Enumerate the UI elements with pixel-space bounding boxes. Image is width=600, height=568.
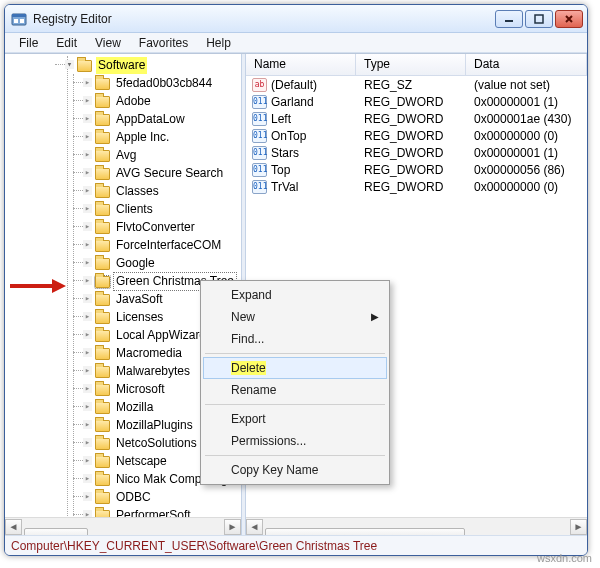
scroll-thumb[interactable] <box>265 528 465 536</box>
expand-toggle-icon[interactable] <box>83 96 92 105</box>
expand-toggle-icon[interactable] <box>83 456 92 465</box>
expand-toggle-icon[interactable] <box>83 492 92 501</box>
expand-toggle-icon[interactable] <box>83 132 92 141</box>
expand-toggle-icon[interactable] <box>83 78 92 87</box>
column-type[interactable]: Type <box>356 54 466 75</box>
value-row[interactable]: 011OnTopREG_DWORD0x00000000 (0) <box>246 127 587 144</box>
context-menu-item[interactable]: Delete <box>203 357 387 379</box>
expand-toggle-icon[interactable] <box>83 348 92 357</box>
values-header[interactable]: Name Type Data <box>246 54 587 76</box>
tree-item[interactable]: FlvtoConverter <box>83 218 241 236</box>
tree-item-label[interactable]: Macromedia <box>114 345 184 362</box>
expand-toggle-icon[interactable] <box>83 312 92 321</box>
value-row[interactable]: 011TrValREG_DWORD0x00000000 (0) <box>246 178 587 195</box>
expand-toggle-icon[interactable] <box>65 60 74 69</box>
minimize-button[interactable] <box>495 10 523 28</box>
tree-item-label[interactable]: Classes <box>114 183 161 200</box>
tree-item-label[interactable]: 5fedad0b03cb844 <box>114 75 214 92</box>
expand-toggle-icon[interactable] <box>83 276 92 285</box>
column-name[interactable]: Name <box>246 54 356 75</box>
context-menu-item[interactable]: Expand <box>203 284 387 306</box>
value-row[interactable]: 011GarlandREG_DWORD0x00000001 (1) <box>246 93 587 110</box>
tree-item-label[interactable]: Microsoft <box>114 381 167 398</box>
expand-toggle-icon[interactable] <box>83 150 92 159</box>
tree-item-label[interactable]: MozillaPlugins <box>114 417 195 434</box>
context-menu-item[interactable]: Export <box>203 408 387 430</box>
tree-item[interactable]: Clients <box>83 200 241 218</box>
tree-item[interactable]: AppDataLow <box>83 110 241 128</box>
tree-item[interactable]: Google <box>83 254 241 272</box>
tree-item-label[interactable]: Avg <box>114 147 138 164</box>
tree-item-label[interactable]: ODBC <box>114 489 153 506</box>
tree-item-label[interactable]: Google <box>114 255 157 272</box>
menu-help[interactable]: Help <box>198 34 239 52</box>
expand-toggle-icon[interactable] <box>83 438 92 447</box>
values-hscrollbar[interactable]: ◄ ► <box>246 517 587 535</box>
tree-item-label[interactable]: Apple Inc. <box>114 129 171 146</box>
close-button[interactable] <box>555 10 583 28</box>
context-menu-item[interactable]: Permissions... <box>203 430 387 452</box>
context-menu[interactable]: ExpandNew▶Find...DeleteRenameExportPermi… <box>200 280 390 485</box>
value-row[interactable]: 011LeftREG_DWORD0x000001ae (430) <box>246 110 587 127</box>
expand-toggle-icon[interactable] <box>83 240 92 249</box>
scroll-left-icon[interactable]: ◄ <box>246 519 263 535</box>
tree-item[interactable]: PerformerSoft <box>83 506 241 517</box>
menu-edit[interactable]: Edit <box>48 34 85 52</box>
column-data[interactable]: Data <box>466 54 587 75</box>
tree-item-label[interactable]: Clients <box>114 201 155 218</box>
tree-item[interactable]: Classes <box>83 182 241 200</box>
tree-item-label[interactable]: Adobe <box>114 93 153 110</box>
tree-item[interactable]: ODBC <box>83 488 241 506</box>
tree-item-label[interactable]: Local AppWizard <box>114 327 208 344</box>
tree-item-label[interactable]: Netscape <box>114 453 169 470</box>
menu-file[interactable]: File <box>11 34 46 52</box>
scroll-right-icon[interactable]: ► <box>570 519 587 535</box>
tree-item-label[interactable]: Mozilla <box>114 399 155 416</box>
scroll-thumb[interactable] <box>24 528 88 536</box>
tree-item-label[interactable]: PerformerSoft <box>114 507 193 517</box>
context-menu-item[interactable]: Rename <box>203 379 387 401</box>
tree-item-label[interactable]: AppDataLow <box>114 111 187 128</box>
scroll-right-icon[interactable]: ► <box>224 519 241 535</box>
titlebar[interactable]: Registry Editor <box>5 5 587 33</box>
tree-item-label[interactable]: NetcoSolutions <box>114 435 199 452</box>
expand-toggle-icon[interactable] <box>83 204 92 213</box>
tree-item[interactable]: ForceInterfaceCOM <box>83 236 241 254</box>
expand-toggle-icon[interactable] <box>83 222 92 231</box>
value-row[interactable]: 011StarsREG_DWORD0x00000001 (1) <box>246 144 587 161</box>
expand-toggle-icon[interactable] <box>83 186 92 195</box>
expand-toggle-icon[interactable] <box>83 402 92 411</box>
tree-item[interactable]: Adobe <box>83 92 241 110</box>
tree-item-label[interactable]: JavaSoft <box>114 291 165 308</box>
expand-toggle-icon[interactable] <box>83 114 92 123</box>
tree-item-label[interactable]: ForceInterfaceCOM <box>114 237 223 254</box>
expand-toggle-icon[interactable] <box>83 510 92 517</box>
expand-toggle-icon[interactable] <box>83 366 92 375</box>
context-menu-item[interactable]: New▶ <box>203 306 387 328</box>
expand-toggle-icon[interactable] <box>83 384 92 393</box>
value-row[interactable]: 011TopREG_DWORD0x00000056 (86) <box>246 161 587 178</box>
tree-item[interactable]: 5fedad0b03cb844 <box>83 74 241 92</box>
tree-root-label[interactable]: Software <box>96 57 147 74</box>
expand-toggle-icon[interactable] <box>83 330 92 339</box>
menu-view[interactable]: View <box>87 34 129 52</box>
value-row[interactable]: ab(Default)REG_SZ(value not set) <box>246 76 587 93</box>
expand-toggle-icon[interactable] <box>83 474 92 483</box>
tree-hscrollbar[interactable]: ◄ ► <box>5 517 241 535</box>
scroll-left-icon[interactable]: ◄ <box>5 519 22 535</box>
context-menu-item[interactable]: Copy Key Name <box>203 459 387 481</box>
expand-toggle-icon[interactable] <box>83 168 92 177</box>
tree-item-label[interactable]: AVG Secure Search <box>114 165 225 182</box>
tree-item-label[interactable]: Licenses <box>114 309 165 326</box>
tree-item-label[interactable]: Malwarebytes <box>114 363 192 380</box>
context-menu-item[interactable]: Find... <box>203 328 387 350</box>
tree-item[interactable]: Avg <box>83 146 241 164</box>
expand-toggle-icon[interactable] <box>83 420 92 429</box>
expand-toggle-icon[interactable] <box>83 258 92 267</box>
tree-item[interactable]: AVG Secure Search <box>83 164 241 182</box>
expand-toggle-icon[interactable] <box>83 294 92 303</box>
menu-favorites[interactable]: Favorites <box>131 34 196 52</box>
tree-item[interactable]: Apple Inc. <box>83 128 241 146</box>
tree-item-label[interactable]: FlvtoConverter <box>114 219 197 236</box>
maximize-button[interactable] <box>525 10 553 28</box>
